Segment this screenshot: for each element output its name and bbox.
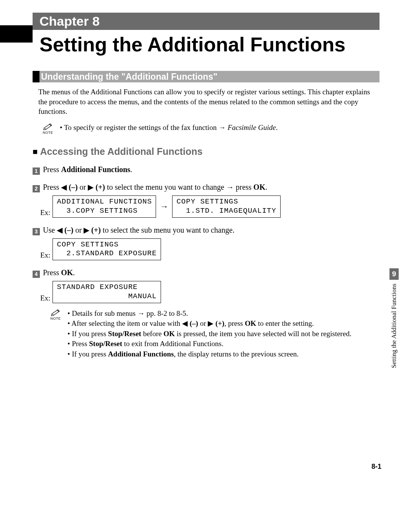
example-label: Ex: — [40, 251, 50, 259]
note-item: If you press Additional Functions, the d… — [67, 349, 352, 360]
arrow-icon: → — [160, 202, 168, 212]
section-heading: Understanding the "Additional Functions" — [33, 71, 380, 82]
side-tab-number: 9 — [389, 268, 399, 280]
header-black-block — [0, 25, 33, 43]
note-item: After selecting the item or value with ◀… — [67, 319, 352, 329]
note-ref: Facsimile Guide — [228, 123, 276, 131]
note-icon: NOTE — [38, 123, 58, 135]
chapter-label: Chapter 8 — [39, 14, 100, 29]
left-arrow-icon: ◀ — [61, 183, 67, 191]
step-1: 1 Press Additional Functions. — [33, 164, 380, 175]
step-4-note-block: NOTE Details for sub menus → pp. 8-2 to … — [46, 309, 380, 360]
step-4-example: Ex: STANDARD EXPOSURE MANUAL — [40, 281, 380, 303]
section-marker — [33, 71, 39, 82]
page-number: 8-1 — [371, 463, 381, 471]
note-text-suffix: . — [276, 123, 278, 131]
step-number: 3 — [33, 228, 40, 235]
chapter-label-bar: Chapter 8 — [33, 13, 380, 30]
left-arrow-icon: ◀ — [182, 319, 188, 327]
step-2: 2 Press ◀ (–) or ▶ (+) to select the men… — [33, 182, 380, 192]
step-3: 3 Use ◀ (–) or ▶ (+) to select the sub m… — [33, 225, 380, 235]
step-text: Press OK. — [43, 267, 75, 278]
left-arrow-icon: ◀ — [57, 226, 62, 234]
note-label: NOTE — [46, 317, 65, 320]
note-label: NOTE — [38, 131, 58, 135]
side-tab-text: Setting the Additional Functions — [390, 284, 398, 368]
lcd-display: COPY SETTINGS 2.STANDARD EXPOSURE — [53, 238, 161, 261]
section-bar: Understanding the "Additional Functions" — [39, 71, 380, 82]
note-item: To specify or register the settings of t… — [60, 123, 278, 133]
note-item: If you press Stop/Reset before OK is pre… — [67, 329, 352, 339]
lcd-display-1: ADDITIONAL FUNCTIONS 3.COPY SETTINGS — [53, 195, 156, 218]
section-title: Understanding the "Additional Functions" — [41, 72, 217, 82]
note-text-prefix: To specify or register the settings of t… — [64, 123, 228, 131]
note-list: Details for sub menus → pp. 8-2 to 8-5. … — [67, 309, 352, 360]
right-arrow-icon: ▶ — [84, 226, 89, 234]
lcd-display: STANDARD EXPOSURE MANUAL — [53, 281, 161, 303]
note-list: To specify or register the settings of t… — [60, 123, 278, 133]
example-label: Ex: — [40, 294, 50, 302]
section-intro: The menus of the Additional Functions ca… — [38, 87, 380, 117]
step-text: Press ◀ (–) or ▶ (+) to select the menu … — [43, 182, 267, 192]
step-number: 1 — [33, 167, 40, 175]
note-block: NOTE To specify or register the settings… — [38, 123, 380, 135]
note-item: Details for sub menus → pp. 8-2 to 8-5. — [67, 309, 352, 319]
step-number: 4 — [33, 271, 40, 278]
subsection-heading: Accessing the Additional Functions — [33, 146, 380, 157]
chapter-title: Setting the Additional Functions — [39, 34, 380, 56]
right-arrow-icon: ▶ — [208, 319, 214, 327]
lcd-display-2: COPY SETTINGS 1.STD. IMAGEQUALITY — [172, 195, 280, 218]
example-label: Ex: — [40, 209, 50, 217]
note-icon: NOTE — [46, 309, 65, 320]
right-arrow-icon: ▶ — [88, 183, 94, 191]
chapter-header: Chapter 8 Setting the Additional Functio… — [0, 13, 414, 56]
step-3-example: Ex: COPY SETTINGS 2.STANDARD EXPOSURE — [40, 238, 380, 261]
step-2-example: Ex: ADDITIONAL FUNCTIONS 3.COPY SETTINGS… — [40, 195, 380, 218]
step-4: 4 Press OK. — [33, 267, 380, 278]
step-number: 2 — [33, 185, 40, 192]
step-text: Press Additional Functions. — [43, 164, 132, 175]
side-tab: 9 Setting the Additional Functions — [389, 268, 399, 368]
subsection-title: Accessing the Additional Functions — [33, 146, 203, 157]
step-text: Use ◀ (–) or ▶ (+) to select the sub men… — [43, 225, 235, 235]
note-item: Press Stop/Reset to exit from Additional… — [67, 339, 352, 349]
